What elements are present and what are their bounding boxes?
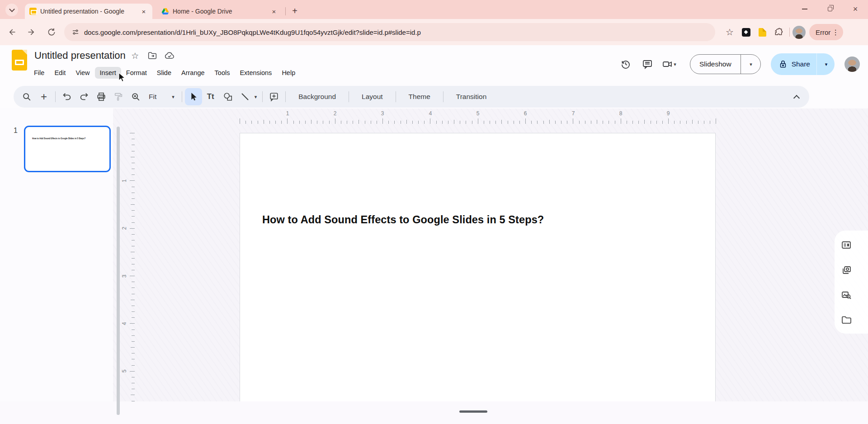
restore-button[interactable] <box>817 0 843 18</box>
browser-profile-avatar[interactable] <box>793 26 806 39</box>
search-menus-button[interactable] <box>18 88 35 105</box>
menu-edit[interactable]: Edit <box>49 67 71 79</box>
slide-page[interactable]: How to Add Sound Effects to Google Slide… <box>240 133 716 401</box>
videocam-icon <box>662 59 673 70</box>
back-button[interactable] <box>4 24 20 40</box>
background-button[interactable]: Background <box>288 93 346 101</box>
filmstrip-scrollbar[interactable] <box>117 127 120 415</box>
thumbnail-title-text: How to Add Sound Effects to Google Slide… <box>32 137 100 140</box>
menu-tools[interactable]: Tools <box>210 67 235 79</box>
document-status-button[interactable] <box>162 49 177 62</box>
image-search-panel-button[interactable] <box>840 289 853 302</box>
new-slide-button[interactable]: + <box>35 88 52 105</box>
ruler-number: 1 <box>285 110 290 117</box>
menu-file[interactable]: File <box>29 67 49 79</box>
undo-button[interactable] <box>58 88 75 105</box>
tab-google-drive[interactable]: Home - Google Drive × <box>157 4 283 19</box>
slides-logo[interactable] <box>12 50 27 71</box>
redo-button[interactable] <box>75 88 93 105</box>
zoom-level-select[interactable]: Fit <box>144 93 161 101</box>
bookmark-button[interactable]: ☆ <box>723 25 736 39</box>
browser-menu-icon[interactable]: ⋮ <box>830 28 840 37</box>
profile-error-label: Error <box>816 28 830 36</box>
reload-button[interactable] <box>43 24 60 40</box>
text-box-button[interactable]: Tt <box>202 88 219 105</box>
ruler-number: 3 <box>380 110 385 117</box>
share-button[interactable]: Share ▾ <box>771 53 835 75</box>
hide-menus-button[interactable] <box>791 91 802 102</box>
extension-dark-button[interactable] <box>739 25 753 39</box>
ruler-number: 5 <box>121 370 127 373</box>
menu-format[interactable]: Format <box>121 67 152 79</box>
filmstrip-panel: 1 How to Add Sound Effects to Google Sli… <box>0 108 113 401</box>
slide-thumbnail[interactable]: How to Add Sound Effects to Google Slide… <box>24 126 111 172</box>
drive-favicon-icon <box>161 8 169 15</box>
theme-button[interactable]: Theme <box>399 93 440 101</box>
menu-slide[interactable]: Slide <box>152 67 176 79</box>
move-to-folder-button[interactable] <box>145 49 160 62</box>
menu-help[interactable]: Help <box>277 67 300 79</box>
zoom-button[interactable] <box>127 88 144 105</box>
ruler-number: 6 <box>523 110 528 117</box>
star-document-button[interactable]: ☆ <box>127 49 143 62</box>
new-tab-button[interactable]: + <box>288 5 301 17</box>
menu-arrange[interactable]: Arrange <box>176 67 210 79</box>
comments-button[interactable] <box>637 53 658 75</box>
menu-extensions[interactable]: Extensions <box>235 67 277 79</box>
document-title[interactable]: Untitled presentation <box>34 50 126 61</box>
photos-panel-button[interactable] <box>840 264 853 277</box>
caret-down-icon[interactable]: ▾ <box>172 94 175 100</box>
templates-panel-button[interactable] <box>840 239 853 251</box>
tab-untitled-presentation[interactable]: Untitled presentation - Google × <box>25 4 152 19</box>
close-tab-icon[interactable]: × <box>140 7 148 15</box>
shape-tool-button[interactable] <box>219 88 236 105</box>
close-window-button[interactable]: × <box>843 0 868 18</box>
extensions-menu-button[interactable] <box>772 25 785 39</box>
menu-view[interactable]: View <box>71 67 94 79</box>
print-button[interactable] <box>93 88 110 105</box>
caret-down-icon: ▾ <box>825 61 828 67</box>
tab-search-button[interactable] <box>5 4 18 16</box>
transition-button[interactable]: Transition <box>446 93 496 101</box>
forward-button[interactable] <box>24 24 40 40</box>
add-comment-icon <box>269 92 279 102</box>
back-icon <box>7 28 16 37</box>
lock-icon <box>779 60 787 69</box>
ruler-number: 9 <box>666 110 670 117</box>
slides-favicon-icon <box>29 8 37 15</box>
folder-icon <box>841 315 852 325</box>
layout-button[interactable]: Layout <box>352 93 393 101</box>
ruler-number: 3 <box>121 275 127 278</box>
account-avatar[interactable] <box>844 57 860 72</box>
meet-button[interactable]: ▾ <box>658 53 680 75</box>
select-tool-button[interactable] <box>185 88 202 105</box>
minimize-button[interactable] <box>792 0 817 18</box>
close-tab-icon[interactable]: × <box>270 7 278 15</box>
line-tool-button[interactable] <box>236 88 254 105</box>
paint-format-button[interactable] <box>110 88 127 105</box>
article-icon <box>841 240 852 250</box>
toolbar-separator <box>443 91 443 102</box>
extension-docs-button[interactable] <box>755 25 769 39</box>
slideshow-button[interactable]: Slideshow ▾ <box>690 54 761 74</box>
share-options-button[interactable]: ▾ <box>816 53 835 75</box>
add-comment-button[interactable] <box>265 88 283 105</box>
version-history-button[interactable] <box>615 53 637 75</box>
slideshow-label: Slideshow <box>690 60 741 68</box>
url-text: docs.google.com/presentation/d/1Hrli_bUX… <box>84 28 421 36</box>
workspace: 1 How to Add Sound Effects to Google Sli… <box>0 108 868 401</box>
slideshow-options-button[interactable]: ▾ <box>741 54 760 74</box>
bottom-bar <box>0 401 868 424</box>
profile-error-button[interactable]: Error ⋮ <box>809 24 843 40</box>
address-bar[interactable]: docs.google.com/presentation/d/1Hrli_bUX… <box>64 23 715 41</box>
site-settings-icon <box>71 28 80 36</box>
print-icon <box>96 92 106 102</box>
camera-roll-icon <box>841 265 852 276</box>
toolbar-divider <box>789 28 790 37</box>
folder-panel-button[interactable] <box>840 314 853 326</box>
slide-title-text[interactable]: How to Add Sound Effects to Google Slide… <box>262 214 544 226</box>
toolbar-separator <box>285 91 286 102</box>
caret-down-icon[interactable]: ▾ <box>255 94 257 100</box>
horizontal-scrollbar[interactable] <box>459 410 487 413</box>
ruler-number: 4 <box>121 322 127 325</box>
